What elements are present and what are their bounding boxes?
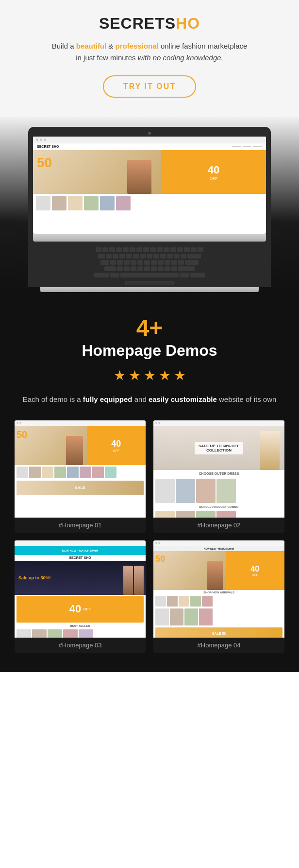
d4-people	[207, 561, 223, 590]
key-row-4	[104, 266, 195, 271]
fake-site-header: SECRET SHO	[33, 143, 266, 150]
fake-hero: 50 40 OFF	[33, 150, 266, 194]
demo-thumb-content-2: SALE UP TO 60% OFFCOLLECTION CHOOSE OUTE…	[153, 420, 284, 518]
desc-prefix: Each of demo is a	[23, 395, 83, 403]
fake-50-text: 50	[37, 155, 52, 171]
laptop-container: SECRET SHO 50 40	[28, 127, 271, 292]
d1-dot-1	[17, 422, 18, 424]
key	[165, 260, 170, 265]
key	[150, 247, 156, 252]
key	[157, 247, 163, 252]
fake-product-1	[36, 196, 50, 210]
d3-off: OFF	[83, 607, 91, 611]
browser-bar	[33, 137, 266, 143]
demos-grid: 50 40 OFF	[10, 420, 289, 653]
key	[160, 254, 166, 259]
laptop-screen-outer: SECRET SHO 50 40	[28, 127, 271, 243]
key	[158, 266, 164, 271]
tagline-prefix: Build a	[52, 42, 76, 50]
d4-bp-1	[155, 608, 169, 625]
tagline: Build a beautiful & professional online …	[10, 40, 289, 64]
star-5: ★	[174, 367, 186, 383]
d4-bp-2	[170, 608, 183, 625]
key	[110, 273, 119, 278]
key	[178, 266, 195, 271]
desc-easily-customizable: easily customizable	[149, 395, 217, 403]
laptop-base	[40, 287, 259, 292]
d2-bundle-title: BUNDLE PRODUCT COMBO	[153, 504, 284, 509]
tagline-mid: online fashion marketplace	[159, 42, 248, 50]
d1-40: 40	[111, 439, 121, 449]
d3-top-bar: NEW NEW • MATCH SWIM	[15, 546, 146, 555]
d4-bp-4	[199, 608, 213, 625]
demo-item-2[interactable]: SALE UP TO 60% OFFCOLLECTION CHOOSE OUTE…	[153, 420, 284, 533]
key	[180, 273, 189, 278]
d2-section-title: CHOOSE OUTER DRESS	[153, 470, 284, 477]
d4-bottom-products	[153, 608, 284, 626]
d3-person-2	[134, 566, 144, 595]
d2-person	[260, 431, 280, 470]
d2-prod-4	[216, 479, 236, 503]
key	[144, 260, 150, 265]
key	[117, 266, 123, 271]
d1-banner: SALE	[17, 481, 144, 495]
key	[140, 254, 146, 259]
fake-product-4	[84, 196, 99, 210]
d2-prod-1	[155, 479, 175, 503]
try-it-out-button[interactable]: TRY IT OUT	[103, 75, 196, 98]
key	[104, 266, 116, 271]
fake-product-2	[52, 196, 66, 210]
star-2: ★	[129, 367, 141, 383]
key	[164, 247, 169, 252]
demo-thumbnail-1: 50 40 OFF	[15, 420, 146, 518]
tagline-professional: professional	[116, 42, 159, 50]
demos-title: Homepage Demos	[10, 342, 289, 360]
demo-item-1[interactable]: 50 40 OFF	[15, 420, 146, 533]
d3-prod-3	[48, 629, 62, 638]
laptop-section: SECRET SHO 50 40	[0, 117, 299, 292]
star-1: ★	[114, 367, 126, 383]
key	[198, 247, 203, 252]
fake-product-3	[68, 196, 83, 210]
laptop-wrapper: SECRET SHO 50 40	[0, 127, 299, 292]
key	[116, 247, 122, 252]
fake-40-text: 40	[208, 164, 219, 176]
star-3: ★	[144, 367, 156, 383]
d4-hero-left: 50	[153, 551, 226, 590]
touchpad	[125, 281, 174, 285]
demo-label-3: #Homepage 03	[15, 638, 146, 653]
key	[151, 260, 157, 265]
d2-bundle-prod-3	[196, 511, 216, 518]
d4-product-1	[155, 596, 166, 607]
browser-dot-2	[40, 139, 42, 141]
demo-item-4[interactable]: NEW NEW • MATCH SWIM 50 40 OFF SHOP NEW …	[153, 540, 284, 653]
d3-section-title: BEST SELLER	[15, 624, 146, 628]
key	[98, 254, 105, 259]
key	[184, 247, 190, 252]
d4-dot-2	[158, 542, 160, 544]
laptop-screen: SECRET SHO 50 40	[33, 137, 266, 234]
demo-thumb-content-3: NEW NEW • MATCH SWIM SECRET SHO Sale up …	[15, 540, 146, 638]
d4-hero: 50 40 OFF	[153, 551, 284, 590]
key	[133, 254, 139, 259]
key-row-3	[100, 260, 199, 265]
d4-product-5	[202, 596, 213, 607]
d4-hero-right: 40 OFF	[226, 551, 285, 590]
tagline-line2: in just few minutes	[76, 53, 138, 62]
stars-container: ★ ★ ★ ★ ★	[10, 367, 289, 383]
demo-item-3[interactable]: NEW NEW • MATCH SWIM SECRET SHO Sale up …	[15, 540, 146, 653]
key	[102, 247, 108, 252]
key	[94, 273, 109, 278]
d2-header	[153, 420, 284, 426]
key	[131, 260, 136, 265]
d4-bp-3	[184, 608, 198, 625]
d2-bundle-products	[153, 509, 284, 518]
key	[143, 247, 149, 252]
key	[119, 254, 125, 259]
key	[147, 254, 152, 259]
fake-site-nav	[232, 146, 262, 147]
tagline-beautiful: beautiful	[76, 42, 107, 50]
d3-prod-4	[63, 629, 78, 638]
d1-header	[15, 420, 146, 426]
demo-description: Each of demo is a fully equipped and eas…	[10, 393, 289, 406]
